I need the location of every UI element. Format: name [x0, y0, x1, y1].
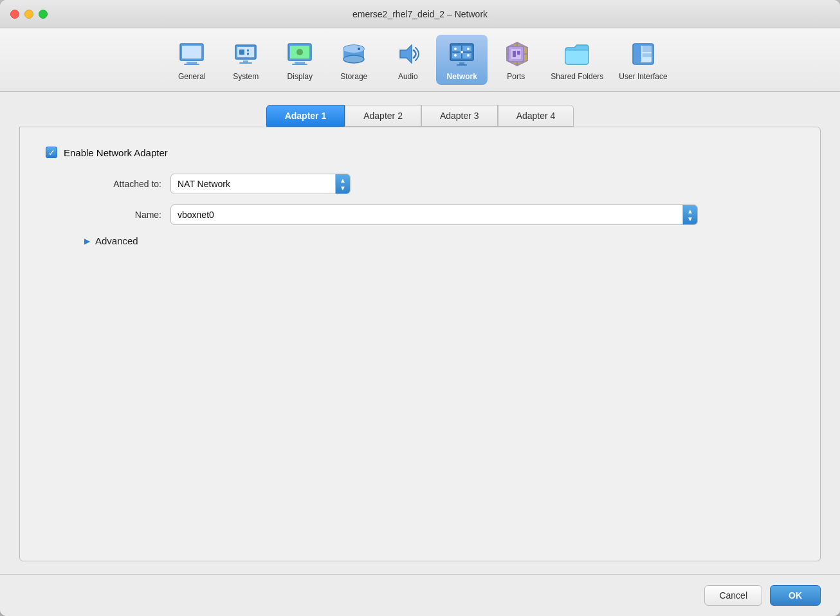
- name-arrows[interactable]: ▲ ▼: [682, 205, 697, 224]
- svg-point-26: [461, 51, 463, 53]
- toolbar-item-audio[interactable]: Audio: [382, 35, 434, 85]
- window-controls: [10, 10, 48, 19]
- name-value: vboxnet0: [171, 206, 682, 224]
- svg-marker-21: [400, 45, 412, 63]
- attached-to-dropdown[interactable]: NAT Network ▲ ▼: [170, 174, 351, 194]
- titlebar: emerse2_rhel7_deid_2 – Network: [0, 0, 840, 28]
- toolbar-item-network[interactable]: Network: [436, 35, 488, 85]
- svg-rect-13: [295, 62, 305, 64]
- svg-rect-7: [247, 50, 249, 51]
- advanced-chevron-icon: ▶: [84, 237, 90, 246]
- attached-to-row: Attached to: NAT Network ▲ ▼: [84, 174, 794, 194]
- svg-rect-9: [243, 60, 248, 62]
- network-icon: [446, 39, 477, 69]
- toolbar-item-shared-folders[interactable]: Shared Folders: [544, 35, 610, 85]
- svg-rect-45: [643, 53, 652, 57]
- svg-rect-8: [247, 53, 249, 55]
- tab-adapter2[interactable]: Adapter 2: [345, 105, 421, 127]
- svg-point-19: [343, 45, 364, 53]
- svg-point-30: [467, 54, 470, 57]
- settings-panel: ✓ Enable Network Adapter Attached to: NA…: [19, 127, 821, 561]
- toolbar-item-storage[interactable]: Storage: [328, 35, 379, 85]
- name-field-wrapper[interactable]: vboxnet0 ▲ ▼: [170, 204, 698, 225]
- shared-folders-icon: [562, 39, 592, 69]
- svg-rect-43: [635, 46, 641, 62]
- storage-icon: [338, 39, 369, 69]
- window-title: emerse2_rhel7_deid_2 – Network: [352, 9, 488, 19]
- enable-network-row: ✓ Enable Network Adapter: [46, 147, 794, 158]
- enable-network-checkbox[interactable]: ✓: [46, 147, 57, 158]
- toolbar-label-display: Display: [288, 72, 313, 81]
- toolbar-item-user-interface[interactable]: User Interface: [612, 35, 673, 85]
- svg-point-18: [343, 55, 364, 63]
- svg-rect-32: [457, 64, 467, 66]
- svg-point-27: [454, 48, 457, 50]
- attached-to-value: NAT Network: [171, 175, 335, 193]
- toolbar-label-network: Network: [447, 72, 477, 81]
- attached-to-arrows[interactable]: ▲ ▼: [335, 174, 350, 194]
- ports-icon: [500, 39, 531, 69]
- minimize-button[interactable]: [24, 10, 33, 19]
- svg-rect-6: [239, 50, 244, 55]
- toolbar-label-storage: Storage: [340, 72, 367, 81]
- svg-rect-40: [517, 51, 520, 55]
- advanced-row[interactable]: ▶ Advanced: [84, 235, 794, 246]
- general-icon: [176, 39, 207, 69]
- ok-button[interactable]: OK: [770, 585, 821, 606]
- system-icon: [230, 39, 261, 69]
- svg-rect-1: [182, 46, 201, 59]
- svg-point-28: [467, 48, 470, 50]
- svg-rect-14: [292, 64, 307, 65]
- toolbar-item-general[interactable]: General: [166, 35, 217, 85]
- toolbar-item-ports[interactable]: Ports: [490, 35, 542, 85]
- user-interface-icon: [628, 39, 659, 69]
- tab-adapter4[interactable]: Adapter 4: [498, 105, 574, 127]
- svg-rect-3: [184, 64, 199, 65]
- svg-point-15: [297, 49, 303, 55]
- toolbar-label-system: System: [233, 72, 259, 81]
- close-button[interactable]: [10, 10, 19, 19]
- tab-adapter1[interactable]: Adapter 1: [266, 105, 345, 127]
- svg-point-20: [358, 48, 360, 50]
- svg-rect-10: [239, 62, 252, 64]
- checkmark-icon: ✓: [48, 149, 55, 157]
- toolbar-item-system[interactable]: System: [220, 35, 271, 85]
- toolbar-label-user-interface: User Interface: [619, 72, 667, 81]
- maximize-button[interactable]: [39, 10, 48, 19]
- toolbar: General System: [0, 28, 840, 92]
- name-label: Name:: [84, 210, 161, 220]
- footer: Cancel OK: [0, 574, 840, 616]
- window: emerse2_rhel7_deid_2 – Network General: [0, 0, 840, 616]
- attached-to-label: Attached to:: [84, 179, 161, 189]
- audio-icon: [392, 39, 423, 69]
- toolbar-label-general: General: [178, 72, 206, 81]
- enable-network-label: Enable Network Adapter: [64, 147, 168, 158]
- cancel-button[interactable]: Cancel: [704, 585, 762, 606]
- svg-rect-2: [187, 62, 197, 64]
- toolbar-item-display[interactable]: Display: [274, 35, 325, 85]
- svg-point-29: [454, 54, 457, 57]
- toolbar-label-ports: Ports: [507, 72, 525, 81]
- toolbar-label-audio: Audio: [398, 72, 418, 81]
- content-area: Adapter 1 Adapter 2 Adapter 3 Adapter 4 …: [0, 92, 840, 574]
- svg-rect-31: [459, 62, 464, 64]
- advanced-label: Advanced: [95, 235, 138, 246]
- display-icon: [284, 39, 315, 69]
- toolbar-label-shared-folders: Shared Folders: [551, 72, 603, 81]
- name-row: Name: vboxnet0 ▲ ▼: [84, 204, 794, 225]
- adapter-tabs: Adapter 1 Adapter 2 Adapter 3 Adapter 4: [19, 105, 821, 127]
- svg-rect-44: [643, 46, 652, 52]
- tab-adapter3[interactable]: Adapter 3: [421, 105, 498, 127]
- svg-rect-39: [513, 51, 516, 57]
